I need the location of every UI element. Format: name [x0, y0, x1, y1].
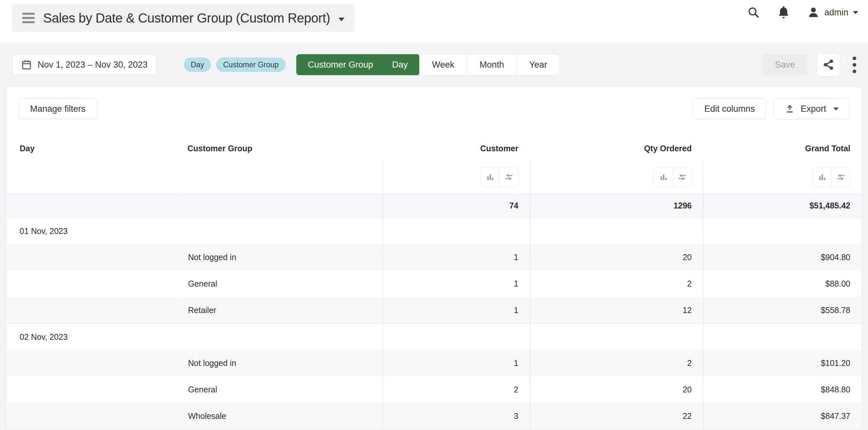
bar-chart-icon [818, 172, 827, 182]
cell-customer: 2 [382, 376, 530, 403]
compare-arrows-icon [504, 172, 514, 182]
cell-qty-ordered: 2 [530, 350, 703, 376]
segment-month[interactable]: Month [467, 54, 517, 75]
cell-grand-total: $101.20 [703, 350, 862, 376]
column-header-customer-group[interactable]: Customer Group [176, 136, 382, 161]
cell-grand-total: $904.80 [703, 244, 862, 270]
segment-label-day: Day [392, 60, 408, 70]
segment-year[interactable]: Year [517, 54, 560, 75]
search-button[interactable] [747, 6, 760, 19]
bar-chart-icon [486, 172, 495, 182]
cell-day: 01 Nov, 2023 [6, 218, 176, 244]
cell-day [6, 244, 176, 270]
chevron-down-icon [853, 11, 858, 14]
cell-day: 02 Nov, 2023 [6, 324, 176, 350]
search-icon [747, 6, 760, 19]
total-grand-total: $51,485.42 [703, 194, 862, 218]
table-row[interactable]: 01 Nov, 2023 [6, 218, 862, 244]
cell-day [6, 403, 176, 429]
grand-total-column-tools [812, 167, 850, 187]
cell-qty-ordered [530, 218, 703, 244]
table-row[interactable]: Not logged in120$904.80 [6, 244, 862, 270]
cell-qty-ordered: 20 [530, 244, 703, 270]
total-qty-ordered: 1296 [530, 194, 703, 218]
column-header-grand-total[interactable]: Grand Total [703, 136, 862, 161]
table-header-row: Day Customer Group Customer Qty Ordered … [6, 136, 862, 161]
cell-day [6, 270, 176, 297]
toolbar-right: Save [762, 53, 860, 76]
segment-label-customer-group: Customer Group [308, 60, 373, 70]
cell-grand-total [703, 218, 862, 244]
cell-grand-total: $88.00 [703, 270, 862, 297]
share-button[interactable] [817, 53, 840, 76]
table-body: 01 Nov, 2023Not logged in120$904.80Gener… [6, 218, 862, 429]
kebab-menu-icon [852, 57, 856, 60]
group-by-segmented-control: Customer Group Day Week Month Year [296, 54, 560, 75]
chip-day[interactable]: Day [184, 58, 211, 72]
date-range-button[interactable]: Nov 1, 2023 – Nov 30, 2023 [12, 54, 156, 75]
table-row[interactable]: General220$848.80 [6, 376, 862, 403]
top-bar: Sales by Date & Customer Group (Custom R… [0, 0, 868, 43]
bar-chart-icon [659, 172, 668, 182]
column-header-qty-ordered[interactable]: Qty Ordered [530, 136, 703, 161]
report-table: Day Customer Group Customer Qty Ordered … [6, 136, 862, 430]
notifications-button[interactable] [777, 5, 790, 20]
cell-customer: 3 [382, 403, 530, 429]
cell-customer-group: Not logged in [176, 244, 382, 270]
qty-compare-button[interactable] [673, 168, 691, 187]
chevron-down-icon [833, 107, 839, 110]
column-header-customer[interactable]: Customer [382, 136, 530, 161]
user-menu[interactable]: admin [807, 6, 858, 19]
dimension-chips: Day Customer Group [184, 58, 285, 72]
manage-filters-button[interactable]: Manage filters [19, 98, 97, 119]
share-icon [823, 59, 834, 71]
table-row[interactable]: Retailer112$558.78 [6, 297, 862, 324]
cell-qty-ordered: 2 [530, 270, 703, 297]
cell-customer-group [176, 218, 382, 244]
report-toolbar: Nov 1, 2023 – Nov 30, 2023 Day Customer … [0, 43, 868, 86]
customer-compare-button[interactable] [499, 168, 518, 187]
chip-customer-group[interactable]: Customer Group [216, 58, 285, 72]
cell-customer-group: General [176, 376, 382, 403]
bell-icon [777, 5, 790, 20]
total-customer: 74 [382, 194, 530, 218]
grand-total-chart-button[interactable] [813, 168, 831, 187]
segment-active-customer-group-day[interactable]: Customer Group Day [296, 54, 420, 75]
column-header-day[interactable]: Day [6, 136, 176, 161]
menu-icon[interactable] [22, 13, 35, 23]
date-range-label: Nov 1, 2023 – Nov 30, 2023 [38, 60, 148, 70]
grand-total-compare-button[interactable] [831, 168, 850, 187]
export-label: Export [801, 104, 826, 114]
cell-customer [382, 324, 530, 350]
customer-chart-button[interactable] [481, 168, 499, 187]
cell-customer: 1 [382, 350, 530, 376]
qty-chart-button[interactable] [654, 168, 673, 187]
calendar-icon [21, 59, 32, 70]
cell-qty-ordered [530, 324, 703, 350]
edit-columns-button[interactable]: Edit columns [693, 98, 766, 119]
user-icon [807, 6, 819, 19]
cell-customer: 1 [382, 244, 530, 270]
cell-day [6, 376, 176, 403]
cell-qty-ordered: 12 [530, 297, 703, 324]
export-button[interactable]: Export [773, 98, 850, 119]
cell-customer-group: Retailer [176, 297, 382, 324]
report-title-dropdown[interactable]: Sales by Date & Customer Group (Custom R… [12, 4, 354, 32]
cell-customer [382, 218, 530, 244]
chevron-down-icon [339, 18, 344, 21]
table-row[interactable]: Wholesale322$847.37 [6, 403, 862, 429]
kebab-menu-button[interactable] [849, 55, 860, 75]
table-row[interactable]: Not logged in12$101.20 [6, 350, 862, 376]
customer-column-tools [480, 167, 518, 187]
cell-grand-total: $847.37 [703, 403, 862, 429]
cell-customer-group: General [176, 270, 382, 297]
table-row[interactable]: General12$88.00 [6, 270, 862, 297]
segment-week[interactable]: Week [419, 54, 467, 75]
totals-row: 74 1296 $51,485.42 [6, 193, 862, 218]
content-area: Manage filters Edit columns Export Day C… [0, 86, 868, 430]
cell-customer: 1 [382, 270, 530, 297]
upload-icon [785, 104, 795, 114]
table-tools-row [6, 161, 862, 193]
save-button[interactable]: Save [762, 54, 807, 75]
table-row[interactable]: 02 Nov, 2023 [6, 324, 862, 350]
